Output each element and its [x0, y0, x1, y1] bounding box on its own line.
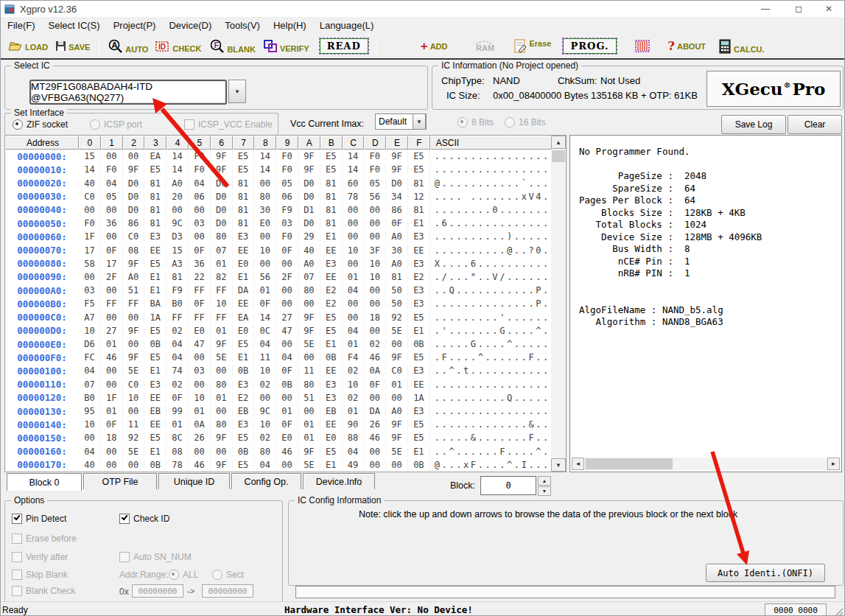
hex-byte-cell[interactable]: 0B	[320, 352, 343, 363]
hex-byte-cell[interactable]: 03	[79, 285, 101, 295]
hex-byte-cell[interactable]: D3	[166, 231, 189, 242]
hex-byte-cell[interactable]: 9F	[386, 419, 408, 430]
log-hscroll-thumb[interactable]	[586, 458, 673, 469]
about-button[interactable]: ? ABOUT	[668, 41, 706, 51]
hex-byte-cell[interactable]: 00	[254, 231, 276, 242]
hex-byte-cell[interactable]: F0	[276, 151, 298, 161]
hex-byte-cell[interactable]: E2	[320, 285, 343, 295]
hex-byte-cell[interactable]: 14	[254, 151, 276, 161]
hex-byte-cell[interactable]: E5	[408, 419, 430, 430]
hex-byte-cell[interactable]: 00	[343, 231, 365, 242]
hex-byte-cell[interactable]: A0	[386, 406, 408, 416]
hex-byte-cell[interactable]: 00	[123, 460, 145, 470]
hex-byte-cell[interactable]: 46	[101, 352, 123, 363]
hex-byte-cell[interactable]: D0	[211, 205, 233, 215]
hex-byte-cell[interactable]: EB	[144, 406, 166, 416]
hex-byte-cell[interactable]: A0	[298, 259, 320, 269]
hex-byte-cell[interactable]: 92	[386, 312, 408, 323]
hex-byte-cell[interactable]: 01	[254, 285, 276, 295]
hex-byte-cell[interactable]: 00	[254, 393, 276, 403]
hex-byte-cell[interactable]: 01	[211, 326, 233, 336]
hex-byte-cell[interactable]: E3	[233, 231, 255, 242]
check-id-checkbox[interactable]: Check ID	[119, 514, 169, 524]
check-button[interactable]: ID CHECK	[155, 40, 201, 53]
clear-button[interactable]: Clear	[788, 115, 842, 134]
verify-after-checkbox[interactable]: Verify after	[12, 552, 68, 562]
hex-byte-cell[interactable]: 80	[211, 231, 233, 242]
hex-byte-cell[interactable]: 02	[343, 393, 365, 403]
hex-byte-cell[interactable]: 00	[343, 205, 365, 215]
hex-byte-cell[interactable]: 04	[166, 339, 189, 349]
tab-otp-file[interactable]: OTP File	[83, 473, 157, 489]
hex-byte-cell[interactable]: EE	[408, 379, 430, 390]
hex-byte-cell[interactable]: 00	[101, 460, 123, 470]
vcc-imax-select[interactable]: Default ▼	[375, 113, 427, 130]
hex-byte-cell[interactable]: 00	[101, 447, 123, 457]
hex-byte-cell[interactable]: 46	[364, 433, 386, 443]
hex-byte-cell[interactable]: D6	[79, 339, 101, 349]
hex-byte-cell[interactable]: 07	[298, 272, 320, 282]
hex-byte-cell[interactable]: E3	[408, 231, 430, 242]
hex-byte-cell[interactable]: 03	[189, 365, 211, 376]
hex-byte-cell[interactable]: FF	[211, 285, 233, 295]
hex-byte-cell[interactable]: 27	[101, 326, 123, 336]
hex-byte-cell[interactable]: EE	[233, 245, 255, 256]
hex-byte-cell[interactable]: E5	[408, 352, 430, 363]
hex-byte-cell[interactable]: 5E	[123, 365, 145, 376]
menu-file[interactable]: File(F)	[1, 18, 42, 33]
hex-byte-cell[interactable]: 80	[298, 285, 320, 295]
hex-byte-cell[interactable]: E3	[233, 379, 255, 390]
hex-byte-cell[interactable]: E3	[144, 231, 166, 242]
hex-byte-cell[interactable]: 0B	[144, 460, 166, 470]
hex-byte-cell[interactable]: 40	[79, 178, 101, 189]
hex-byte-cell[interactable]: 05	[276, 178, 298, 189]
addr-range-all-radio[interactable]: ALL	[169, 570, 198, 580]
hex-byte-cell[interactable]: 0F	[101, 245, 123, 256]
hex-byte-cell[interactable]: 03	[276, 218, 298, 228]
hex-byte-cell[interactable]: 9F	[211, 164, 233, 175]
hex-byte-cell[interactable]: 03	[189, 218, 211, 228]
hex-byte-cell[interactable]: FC	[79, 352, 101, 363]
menu-help[interactable]: Help(H)	[267, 18, 313, 33]
erase-before-checkbox[interactable]: Erase before	[12, 533, 77, 544]
hex-byte-cell[interactable]: 00	[123, 151, 145, 161]
hex-byte-cell[interactable]: 0F	[189, 245, 211, 256]
hex-byte-cell[interactable]: 0F	[276, 365, 298, 376]
hex-byte-cell[interactable]: 14	[254, 312, 276, 323]
hex-byte-cell[interactable]: D1	[298, 205, 320, 215]
menu-select-ic[interactable]: Select IC(S)	[42, 18, 107, 33]
hex-byte-cell[interactable]: 15	[79, 151, 101, 161]
hex-byte-cell[interactable]: 9F	[211, 433, 233, 443]
hex-byte-cell[interactable]: 34	[386, 192, 408, 202]
hex-byte-cell[interactable]: 30	[386, 245, 408, 256]
ic-select-dropdown-button[interactable]: ▼	[228, 80, 246, 103]
hex-byte-cell[interactable]: 2F	[276, 272, 298, 282]
hex-byte-cell[interactable]: 10	[254, 365, 276, 376]
hex-byte-cell[interactable]: 00	[364, 393, 386, 403]
hex-byte-cell[interactable]: E1	[320, 339, 343, 349]
hex-byte-cell[interactable]: 9F	[298, 164, 320, 175]
addr-range-sect-radio[interactable]: Sect	[212, 570, 244, 580]
hex-byte-cell[interactable]: 01	[298, 433, 320, 443]
hex-byte-cell[interactable]: 00	[79, 272, 101, 282]
hex-byte-cell[interactable]: 51	[298, 393, 320, 403]
hex-byte-cell[interactable]: 56	[364, 192, 386, 202]
hex-byte-cell[interactable]: 00	[364, 447, 386, 457]
hex-vscroll-thumb[interactable]	[552, 150, 565, 162]
scroll-up-icon[interactable]: ▲	[551, 136, 566, 149]
hex-byte-cell[interactable]: 10	[79, 326, 101, 336]
hex-byte-cell[interactable]: E5	[144, 352, 166, 363]
hex-byte-cell[interactable]: 04	[343, 326, 365, 336]
block-input[interactable]: 0	[480, 476, 536, 495]
hex-byte-cell[interactable]: A0	[386, 259, 408, 269]
hex-byte-cell[interactable]: 04	[254, 460, 276, 470]
hex-byte-cell[interactable]: E3	[320, 259, 343, 269]
hex-byte-cell[interactable]: A7	[79, 312, 101, 323]
hex-byte-cell[interactable]: 0B	[408, 339, 430, 349]
hex-byte-cell[interactable]: 78	[166, 460, 189, 470]
hex-byte-cell[interactable]: F5	[79, 298, 101, 309]
scroll-right-icon[interactable]: ►	[827, 458, 840, 470]
hex-byte-cell[interactable]: 00	[211, 365, 233, 376]
hex-byte-cell[interactable]: 81	[144, 205, 166, 215]
hex-byte-cell[interactable]: 12	[408, 192, 430, 202]
